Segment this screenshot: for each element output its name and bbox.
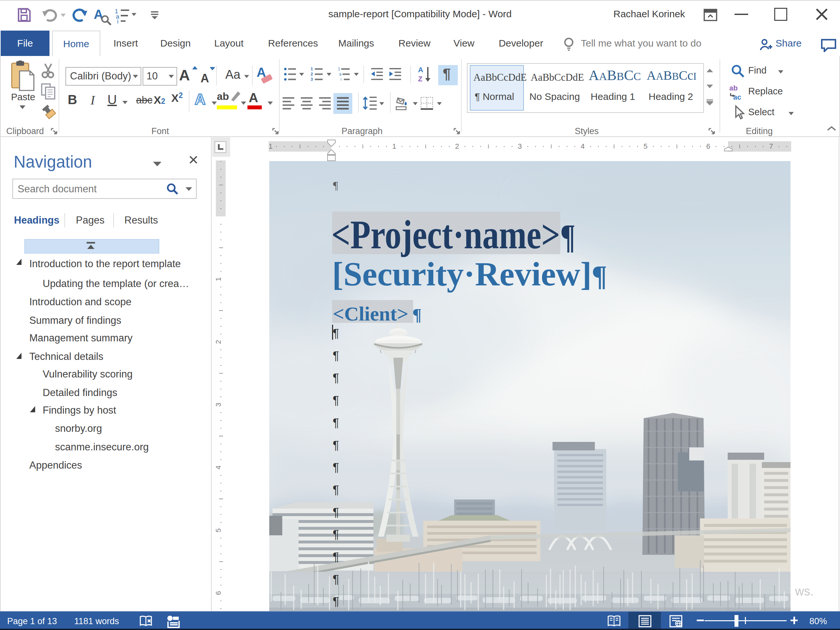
svg-text:2: 2 [311, 72, 313, 76]
svg-text:1: 1 [216, 277, 223, 281]
svg-text:5: 5 [643, 142, 647, 150]
svg-text:i: i [341, 77, 341, 81]
svg-text:5: 5 [216, 528, 223, 532]
svg-text:a: a [339, 72, 341, 76]
svg-text:2: 2 [455, 142, 459, 150]
svg-text:ac: ac [733, 93, 741, 101]
svg-text:3: 3 [518, 142, 522, 150]
svg-text:2: 2 [216, 340, 223, 344]
svg-text:6: 6 [706, 142, 710, 150]
svg-text:4: 4 [581, 142, 584, 150]
svg-text:3: 3 [311, 77, 313, 81]
svg-text:1: 1 [392, 142, 396, 150]
svg-text:1: 1 [338, 67, 340, 71]
svg-text:1: 1 [268, 142, 273, 150]
svg-text:A: A [418, 66, 423, 74]
svg-text:Z: Z [418, 75, 422, 82]
svg-text:ab: ab [729, 84, 738, 92]
svg-text:4: 4 [216, 465, 223, 469]
svg-text:3: 3 [216, 403, 223, 407]
svg-text:1: 1 [311, 66, 313, 71]
svg-text:6: 6 [216, 591, 223, 595]
svg-text:7: 7 [769, 142, 773, 150]
